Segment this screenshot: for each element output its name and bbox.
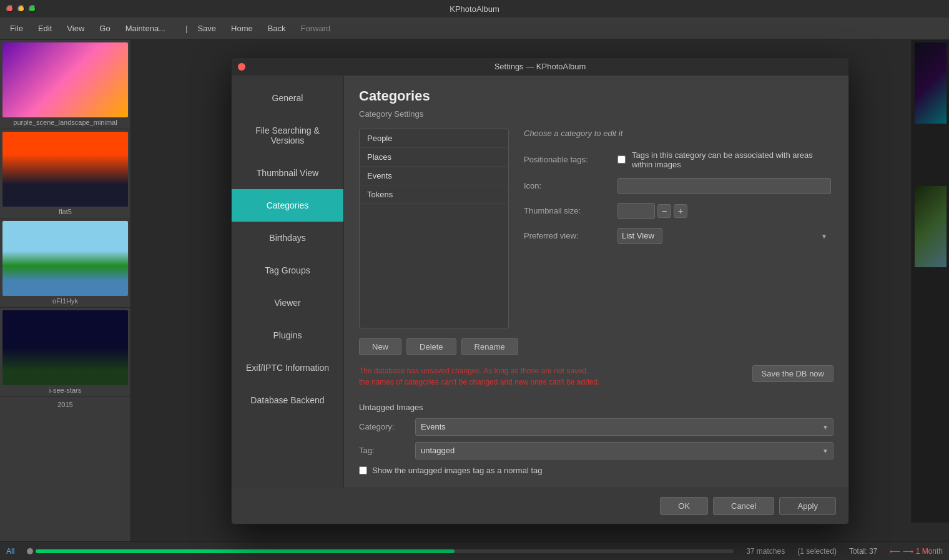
cancel-button[interactable]: Cancel [713,497,774,515]
preferred-view-select-wrapper: List View Icon View Tree View [617,228,831,244]
thumbnail-size-increment[interactable]: + [674,204,687,218]
warning-row: The database has unsaved changes. As lon… [359,365,833,395]
thumbnail-image-1 [2,132,128,207]
rename-category-button[interactable]: Rename [461,338,518,355]
modal-body: General File Searching & Versions Thumbn… [232,76,848,488]
settings-nav: General File Searching & Versions Thumbn… [232,76,344,488]
thumbnail-image-0 [2,42,128,117]
thumbnail-item-3[interactable]: i-see-stars [0,308,130,397]
category-edit-panel: Choose a category to edit it Positionabl… [521,129,833,328]
modal-footer: OK Cancel Apply [232,488,848,524]
selected-text: (1 selected) [797,547,837,556]
minimize-button[interactable] [17,5,25,12]
thumbnail-image-3 [2,310,128,385]
close-button[interactable] [6,5,14,12]
thumbnail-item-2[interactable]: oFI1Hyk [0,219,130,308]
show-untagged-label[interactable]: Show the untagged images tag as a normal… [372,466,542,475]
icon-input[interactable] [617,178,831,194]
warning-message: The database has unsaved changes. As lon… [359,365,600,388]
total-text: Total: 37 [849,547,877,556]
thumbnail-size-decrement[interactable]: − [657,204,671,218]
preferred-view-select[interactable]: List View Icon View Tree View [617,228,662,244]
home-btn[interactable]: Home [226,22,258,34]
show-untagged-row: Show the untagged images tag as a normal… [359,466,833,475]
maximize-button[interactable] [29,5,36,12]
category-item-people[interactable]: People [360,129,508,148]
icon-label: Icon: [524,181,611,190]
untagged-title: Untagged Images [359,403,833,412]
nav-file-searching[interactable]: File Searching & Versions [232,114,343,157]
choose-category-hint: Choose a category to edit it [524,129,831,138]
view-menu[interactable]: View [62,22,89,34]
thumbnail-size-label: Thumbnail size: [524,206,611,215]
thumbnail-label-3: i-see-stars [2,386,128,394]
progress-bar [36,549,734,553]
thumbnail-size-spinner: 32 − + [617,203,687,219]
positionable-checkbox[interactable] [617,155,626,164]
edit-menu[interactable]: Edit [33,22,57,34]
nav-plugins[interactable]: Plugins [232,319,343,351]
app-title: KPhotoAlbum [450,4,499,14]
timeline-label: 1 Month [916,547,943,556]
file-menu[interactable]: File [5,22,28,34]
untagged-tag-select[interactable]: untagged [415,442,833,459]
status-bar: All 37 matches (1 selected) Total: 37 ⟵ … [0,541,949,560]
untagged-category-row: Category: Events People Places Tokens [359,418,833,436]
thumbnail-label-0: purple_scene_landscape_minimal [2,119,128,126]
category-actions: New Delete Rename [359,338,833,355]
show-untagged-checkbox[interactable] [359,466,367,474]
untagged-tag-row: Tag: untagged [359,442,833,459]
thumbnail-label-1: flat5 [2,208,128,215]
settings-dialog: Settings — KPhotoAlbum General File Sear… [231,57,849,524]
ok-button[interactable]: OK [660,497,708,515]
new-category-button[interactable]: New [359,338,401,355]
nav-birthdays[interactable]: Birthdays [232,222,343,254]
title-bar: KPhotoAlbum [0,0,949,17]
nav-categories[interactable]: Categories [232,189,343,222]
modal-close-button[interactable] [238,63,245,71]
category-item-events[interactable]: Events [360,167,508,185]
untagged-category-select[interactable]: Events People Places Tokens [415,418,833,436]
nav-exif-iptc[interactable]: Exif/IPTC Information [232,351,343,384]
positionable-hint: Tags in this category can be associated … [632,150,831,169]
nav-tag-groups[interactable]: Tag Groups [232,254,343,287]
traffic-lights [6,5,36,12]
thumbnail-sidebar: purple_scene_landscape_minimal flat5 oFI… [0,40,131,541]
matches-text: 37 matches [746,547,785,556]
nav-database-backend[interactable]: Database Backend [232,384,343,416]
go-menu[interactable]: Go [94,22,115,34]
category-list: People Places Events Tokens [359,129,509,328]
untagged-section: Untagged Images Category: Events People … [359,403,833,475]
progress-dot [27,548,33,554]
delete-category-button[interactable]: Delete [406,338,456,355]
modal-title-bar: Settings — KPhotoAlbum [232,58,848,76]
timeline-indicator: ⟵ ⟶ 1 Month [890,547,943,556]
maintenance-menu[interactable]: Maintena... [120,22,170,34]
thumbnail-image-2 [2,221,128,296]
thumbnail-size-value[interactable]: 32 [617,203,655,219]
apply-button[interactable]: Apply [779,497,836,515]
year-label: 2015 [0,397,130,412]
settings-subtitle: Category Settings [359,109,833,119]
back-btn[interactable]: Back [263,22,291,34]
toolbar: File Edit View Go Maintena... | Save Hom… [0,17,949,40]
untagged-category-label: Category: [359,422,409,431]
forward-btn[interactable]: Forward [296,22,336,34]
main-layout: purple_scene_landscape_minimal flat5 oFI… [0,40,949,541]
thumbnail-item-0[interactable]: purple_scene_landscape_minimal [0,40,130,129]
nav-thumbnail-view[interactable]: Thumbnail View [232,157,343,189]
nav-general[interactable]: General [232,82,343,114]
thumbnail-size-row: Thumbnail size: 32 − + [524,203,831,219]
preferred-view-label: Preferred view: [524,231,611,240]
thumbnail-item-1[interactable]: flat5 [0,129,130,219]
category-item-places[interactable]: Places [360,148,508,167]
untagged-category-select-wrapper: Events People Places Tokens [415,418,833,436]
category-item-tokens[interactable]: Tokens [360,185,508,204]
positionable-label: Positionable tags: [524,155,611,164]
save-toolbar-btn[interactable]: Save [192,22,221,34]
thumbnail-label-2: oFI1Hyk [2,297,128,305]
save-db-button[interactable]: Save the DB now [752,365,833,382]
nav-viewer[interactable]: Viewer [232,287,343,319]
all-link[interactable]: All [6,547,14,556]
settings-page-title: Categories [359,88,833,104]
